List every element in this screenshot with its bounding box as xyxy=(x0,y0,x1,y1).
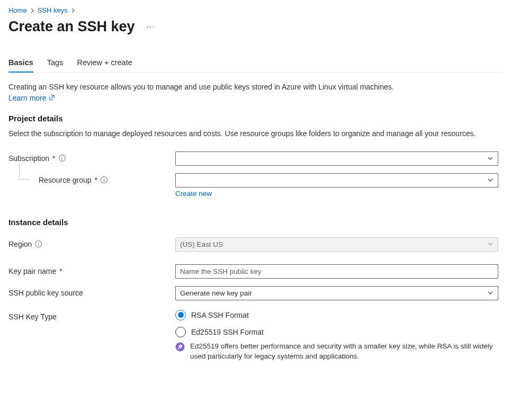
key-pair-name-input[interactable] xyxy=(175,264,498,279)
ssh-public-key-source-row: SSH public key source Generate new key p… xyxy=(8,286,503,300)
learn-more-link[interactable]: Learn more xyxy=(8,94,55,102)
ssh-public-key-source-select[interactable]: Generate new key pair xyxy=(175,286,498,300)
tab-basics[interactable]: Basics xyxy=(8,58,33,72)
ssh-key-type-radio-group: RSA SSH Format Ed25519 SSH Format xyxy=(175,310,498,337)
info-icon[interactable]: i xyxy=(101,176,107,183)
page-title: Create an SSH key xyxy=(8,19,135,35)
instance-details-heading: Instance details xyxy=(8,218,503,227)
ssh-public-key-source-label: SSH public key source xyxy=(8,289,83,297)
radio-rsa[interactable]: RSA SSH Format xyxy=(175,310,498,320)
radio-icon xyxy=(175,310,186,320)
tab-review-create[interactable]: Review + create xyxy=(77,58,132,72)
more-actions-button[interactable]: ··· xyxy=(144,21,158,33)
ssh-key-type-row: SSH Key Type RSA SSH Format Ed25519 SSH … xyxy=(8,310,503,362)
rocket-icon xyxy=(175,342,185,352)
subscription-label: Subscription xyxy=(8,154,49,163)
project-details-desc: Select the subscription to manage deploy… xyxy=(8,128,503,139)
breadcrumb: Home SSH keys xyxy=(8,6,503,14)
required-indicator: * xyxy=(52,154,55,163)
radio-icon xyxy=(175,327,186,337)
tab-tags[interactable]: Tags xyxy=(47,58,64,72)
chevron-right-icon xyxy=(30,7,34,14)
required-indicator: * xyxy=(95,176,97,184)
info-note: Ed25519 offers better performance and se… xyxy=(175,342,498,362)
chevron-down-icon xyxy=(487,290,494,296)
key-pair-name-label: Key pair name xyxy=(8,267,56,275)
required-indicator: * xyxy=(59,267,62,275)
info-icon[interactable]: i xyxy=(59,155,66,162)
breadcrumb-home[interactable]: Home xyxy=(8,6,27,14)
project-details-heading: Project details xyxy=(8,114,503,123)
resource-group-select[interactable] xyxy=(175,173,498,187)
radio-ed25519-label: Ed25519 SSH Format xyxy=(191,328,264,336)
create-new-link[interactable]: Create new xyxy=(175,190,212,198)
region-select: (US) East US xyxy=(175,237,498,252)
info-note-text: Ed25519 offers better performance and se… xyxy=(190,342,498,362)
region-label: Region xyxy=(8,240,32,248)
radio-ed25519[interactable]: Ed25519 SSH Format xyxy=(175,327,498,337)
resource-group-row: Resource group * i Create new xyxy=(8,173,503,198)
subscription-select[interactable] xyxy=(175,151,498,166)
radio-rsa-label: RSA SSH Format xyxy=(191,311,249,319)
page-title-row: Create an SSH key ··· xyxy=(8,19,503,35)
region-value: (US) East US xyxy=(180,240,223,248)
ssh-public-key-source-value: Generate new key pair xyxy=(180,289,252,297)
key-pair-name-row: Key pair name * xyxy=(8,264,503,279)
intro-text: Creating an SSH key resource allows you … xyxy=(8,82,503,93)
chevron-down-icon xyxy=(487,241,494,247)
chevron-down-icon xyxy=(487,155,494,162)
chevron-down-icon xyxy=(487,177,494,183)
external-link-icon xyxy=(49,95,55,101)
ssh-key-type-label: SSH Key Type xyxy=(8,312,57,321)
svg-point-1 xyxy=(181,345,182,346)
breadcrumb-ssh-keys[interactable]: SSH keys xyxy=(38,6,68,14)
region-row: Region i (US) East US xyxy=(8,237,503,252)
chevron-right-icon xyxy=(71,7,75,14)
subscription-row: Subscription * i xyxy=(8,151,503,166)
info-icon[interactable]: i xyxy=(35,240,42,247)
learn-more-label: Learn more xyxy=(8,94,47,102)
indent-connector xyxy=(19,164,30,180)
tabs: Basics Tags Review + create xyxy=(8,58,503,73)
resource-group-label: Resource group xyxy=(39,176,92,184)
